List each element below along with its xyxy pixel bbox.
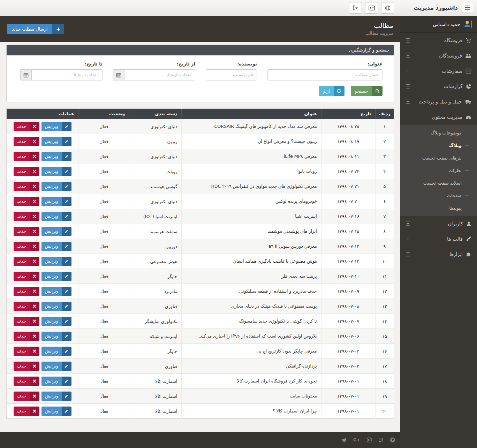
instagram-icon[interactable] (367, 438, 372, 442)
delete-button[interactable]: حذف (14, 317, 39, 326)
profile-card-button[interactable] (365, 2, 378, 14)
row-date: ۱۳۹۸-۰۷-۲۰ (321, 194, 375, 209)
sidebar-item-users[interactable]: کاربران + (400, 216, 477, 231)
sidebar-item-store[interactable]: فروشگاه + (400, 33, 477, 48)
x-icon (30, 182, 39, 191)
site-view-button[interactable] (381, 2, 394, 14)
date-from-label: از تاریخ: (113, 61, 195, 67)
delete-button[interactable]: حذف (14, 287, 39, 296)
expand-icon[interactable]: + (406, 84, 410, 88)
edit-button[interactable]: ویرایش (41, 272, 71, 281)
x-icon (30, 287, 39, 296)
edit-button[interactable]: ویرایش (41, 197, 71, 206)
submenu-item-home-banners[interactable]: بنرهای صفحه نخست (400, 152, 477, 164)
row-title: پوست مصنوعی با فیدبک هپتیک در دنیای مجاز… (182, 299, 321, 314)
telegram-icon[interactable] (341, 438, 347, 443)
delete-button[interactable]: حذف (14, 407, 39, 416)
sidebar-item-sellers[interactable]: فروشندگان + (400, 48, 477, 63)
reset-button[interactable]: ازنو (319, 86, 344, 96)
row-status: فعال (78, 374, 129, 389)
row-date: ۱۳۹۸-۰۷-۰۳ (321, 344, 375, 359)
edit-button[interactable]: ویرایش (41, 137, 71, 146)
expand-icon[interactable]: + (406, 100, 410, 104)
edit-button[interactable]: ویرایش (41, 332, 71, 341)
edit-button[interactable]: ویرایش (41, 227, 71, 236)
edit-button[interactable]: ویرایش (41, 407, 71, 416)
expand-icon[interactable]: + (406, 252, 410, 256)
delete-button[interactable]: حذف (14, 257, 39, 266)
user-profile[interactable]: حمید داستانی (400, 16, 477, 33)
expand-icon[interactable]: + (406, 54, 410, 58)
edit-button[interactable]: ویرایش (41, 317, 71, 326)
delete-button[interactable]: حذف (14, 137, 39, 146)
edit-button[interactable]: ویرایش (41, 362, 71, 371)
expand-icon[interactable]: + (406, 237, 410, 241)
submenu-item-comments[interactable]: نظرات (400, 164, 477, 177)
delete-button[interactable]: حذف (14, 377, 39, 386)
sidebar-item-orders[interactable]: سفارشات + (400, 63, 477, 79)
sidebar-item-shipping-payment[interactable]: حمل و نقل و پرداخت + (400, 94, 477, 109)
delete-button[interactable]: حذف (14, 392, 39, 401)
page-header: مطالب مدیریت مطالب + ارسال مطلب جدید (0, 16, 400, 42)
delete-button[interactable]: حذف (14, 347, 39, 356)
delete-button[interactable]: حذف (14, 197, 39, 206)
delete-button[interactable]: حذف (14, 122, 39, 131)
delete-button[interactable]: حذف (14, 152, 39, 161)
delete-button[interactable]: حذف (14, 182, 39, 191)
row-index: ۱۶ (375, 344, 394, 359)
delete-button[interactable]: حذف (14, 167, 39, 176)
edit-button[interactable]: ویرایش (41, 347, 71, 356)
delete-button[interactable]: حذف (14, 227, 39, 236)
table-row: ۱۹ ۱۳۹۸-۰۷-۰۱ محتویات سایت اسمارت کالا ف… (7, 389, 394, 404)
new-post-button[interactable]: + ارسال مطلب جدید (7, 24, 64, 34)
edit-button[interactable]: ویرایش (41, 377, 71, 386)
twitch-icon[interactable] (378, 438, 383, 442)
google-plus-icon[interactable]: G+ (353, 438, 360, 442)
row-title: روبات نانوا (182, 164, 321, 179)
delete-button[interactable]: حذف (14, 362, 39, 371)
submenu-item-blog[interactable]: وبلاگ (400, 139, 477, 152)
submenu-item-home-slides[interactable]: اسلاید صفحه نخست (400, 177, 477, 189)
sidebar-item-content-management[interactable]: مدیریت محتوی − (400, 109, 477, 125)
date-from-input[interactable] (124, 69, 195, 80)
delete-button[interactable]: حذف (14, 212, 39, 221)
logout-button[interactable] (349, 2, 362, 14)
table-row: ۱۶ ۱۳۹۸-۰۷-۰۳ معرفی چاپگر بدون کارتریج ا… (7, 344, 394, 359)
submenu-item-pages[interactable]: صفحات (400, 189, 477, 202)
author-search-input[interactable] (206, 69, 257, 80)
edit-button[interactable]: ویرایش (41, 152, 71, 161)
calendar-icon[interactable] (20, 69, 31, 80)
expand-icon[interactable]: + (406, 222, 410, 226)
search-button[interactable]: جستجو (351, 86, 383, 96)
edit-button[interactable]: ویرایش (41, 287, 71, 296)
edit-button[interactable]: ویرایش (41, 242, 71, 251)
date-to-input[interactable] (31, 69, 103, 80)
edit-button[interactable]: ویرایش (41, 122, 71, 131)
row-title: محتویات سایت (182, 389, 321, 404)
title-search-input[interactable] (267, 69, 383, 80)
calendar-icon[interactable] (113, 69, 124, 80)
submenu-item-blog-topics[interactable]: موضوعات وبلاگ (400, 126, 477, 139)
row-status: فعال (78, 254, 129, 269)
sidebar-item-themes[interactable]: قالب ها + (400, 231, 477, 247)
delete-button[interactable]: حذف (14, 332, 39, 341)
edit-button[interactable]: ویرایش (41, 167, 71, 176)
sidebar-item-tools[interactable]: ابزارها + (400, 247, 477, 262)
submenu-item-links[interactable]: پیوندها (400, 202, 477, 214)
edit-button[interactable]: ویرایش (41, 182, 71, 191)
edit-button[interactable]: ویرایش (41, 257, 71, 266)
delete-button[interactable]: حذف (14, 272, 39, 281)
expand-icon[interactable]: + (406, 38, 410, 43)
edit-button[interactable]: ویرایش (41, 392, 71, 401)
shield-icon[interactable] (390, 437, 395, 443)
edit-button[interactable]: ویرایش (41, 212, 71, 221)
menu-toggle-button[interactable] (462, 3, 473, 13)
row-title: چرا ایران اسمارت کالا ؟ (182, 404, 321, 419)
delete-button[interactable]: حذف (14, 302, 39, 311)
edit-button[interactable]: ویرایش (41, 302, 71, 311)
delete-button[interactable]: حذف (14, 242, 39, 251)
expand-icon[interactable]: + (406, 69, 410, 73)
sidebar-item-reports[interactable]: گزارشات + (400, 79, 477, 94)
collapse-icon[interactable]: − (406, 115, 410, 119)
id-card-icon (369, 6, 375, 10)
